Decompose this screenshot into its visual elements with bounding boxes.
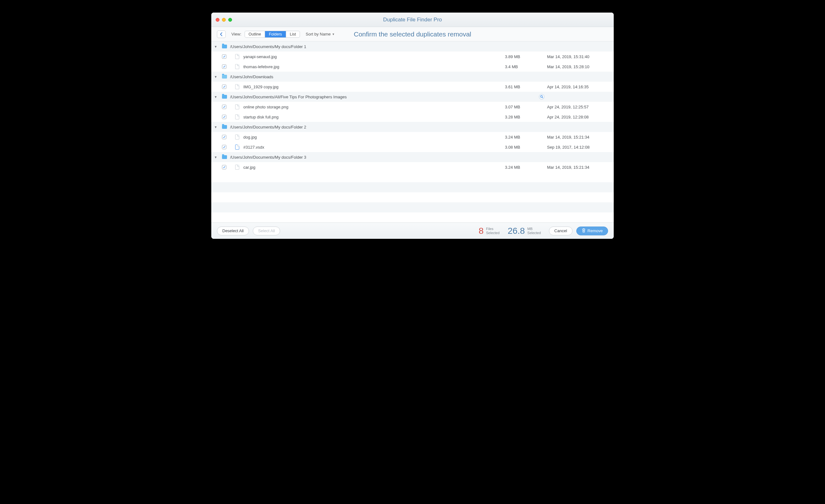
minimize-window-button[interactable] bbox=[222, 18, 226, 22]
empty-row bbox=[211, 202, 614, 213]
file-name: yanapi-senaud.jpg bbox=[241, 54, 505, 59]
footer: Deselect All Select All 8 Files Selected… bbox=[211, 223, 614, 239]
file-size: 3.24 MB bbox=[505, 135, 536, 140]
file-size: 3.08 MB bbox=[505, 145, 536, 150]
file-date: Mar 14, 2019, 15:21:34 bbox=[547, 165, 610, 170]
folder-row[interactable]: ▼/Users/John/Documents/My docs/Folder 2 bbox=[211, 122, 614, 132]
cancel-button[interactable]: Cancel bbox=[549, 227, 572, 235]
folder-icon bbox=[221, 95, 228, 99]
folder-row[interactable]: ▼/Users/John/Documents/My docs/Folder 1 bbox=[211, 41, 614, 52]
file-checkbox[interactable] bbox=[222, 105, 226, 109]
file-icon bbox=[233, 165, 241, 170]
disclosure-triangle-icon[interactable]: ▼ bbox=[211, 95, 220, 99]
folder-path: /Users/John/Documents/All/Five Tips For … bbox=[228, 95, 505, 99]
file-icon bbox=[233, 54, 241, 59]
file-name: thomas-lefebvre.jpg bbox=[241, 64, 505, 69]
folder-icon bbox=[221, 45, 228, 49]
file-name: startup disk full.png bbox=[241, 115, 505, 119]
window-title: Duplicate File Finder Pro bbox=[211, 17, 614, 23]
view-folders-button[interactable]: Folders bbox=[265, 31, 286, 37]
deselect-all-button[interactable]: Deselect All bbox=[217, 227, 249, 235]
files-word: Selected bbox=[486, 231, 500, 235]
chevron-down-icon: ▼ bbox=[332, 33, 335, 36]
select-all-button[interactable]: Select All bbox=[253, 227, 280, 235]
file-date: Apr 14, 2019, 14:16:35 bbox=[547, 85, 610, 89]
file-icon bbox=[233, 114, 241, 119]
title-bar: Duplicate File Finder Pro bbox=[211, 13, 614, 27]
file-checkbox[interactable] bbox=[222, 165, 226, 169]
file-row[interactable]: thomas-lefebvre.jpg3.4 MBMar 14, 2019, 1… bbox=[211, 62, 614, 72]
file-checkbox[interactable] bbox=[222, 85, 226, 89]
file-name: online photo storage.png bbox=[241, 105, 505, 109]
sort-label: Sort by Name bbox=[306, 32, 330, 36]
remove-label: Remove bbox=[588, 229, 603, 233]
file-row[interactable]: startup disk full.png3.28 MBApr 24, 2019… bbox=[211, 112, 614, 122]
view-label: View: bbox=[231, 32, 241, 36]
file-icon bbox=[233, 135, 241, 140]
folder-row[interactable]: ▼/Users/John/Documents/My docs/Folder 3 bbox=[211, 152, 614, 162]
disclosure-triangle-icon[interactable]: ▼ bbox=[211, 125, 220, 129]
folder-icon bbox=[221, 125, 228, 129]
file-date: Sep 19, 2017, 14:12:08 bbox=[547, 145, 610, 150]
size-selected-stat: 26.8 MB Selected bbox=[508, 226, 541, 236]
file-date: Mar 14, 2019, 15:31:40 bbox=[547, 54, 610, 59]
files-count: 8 bbox=[478, 226, 483, 236]
file-date: Mar 14, 2019, 15:28:10 bbox=[547, 64, 610, 69]
back-button[interactable] bbox=[217, 30, 226, 38]
file-date: Apr 24, 2019, 12:25:57 bbox=[547, 105, 610, 109]
zoom-window-button[interactable] bbox=[228, 18, 232, 22]
reveal-icon[interactable] bbox=[539, 94, 544, 100]
sort-dropdown[interactable]: Sort by Name ▼ bbox=[306, 32, 334, 36]
empty-row bbox=[211, 213, 614, 223]
trash-icon bbox=[582, 228, 586, 234]
file-checkbox[interactable] bbox=[222, 54, 226, 59]
view-mode-segmented: Outline Folders List bbox=[245, 31, 300, 38]
file-size: 3.28 MB bbox=[505, 115, 536, 119]
svg-line-1 bbox=[542, 97, 543, 98]
file-icon bbox=[233, 84, 241, 89]
disclosure-triangle-icon[interactable]: ▼ bbox=[211, 45, 220, 49]
disclosure-triangle-icon[interactable]: ▼ bbox=[211, 75, 220, 79]
file-row[interactable]: yanapi-senaud.jpg3.89 MBMar 14, 2019, 15… bbox=[211, 52, 614, 62]
file-row[interactable]: #3127.vsdx3.08 MBSep 19, 2017, 14:12:08 bbox=[211, 142, 614, 152]
folder-icon bbox=[221, 155, 228, 159]
file-list: ▼/Users/John/Documents/My docs/Folder 1y… bbox=[211, 41, 614, 172]
disclosure-triangle-icon[interactable]: ▼ bbox=[211, 156, 220, 159]
traffic-lights bbox=[211, 18, 232, 22]
file-checkbox[interactable] bbox=[222, 135, 226, 139]
size-unit: MB bbox=[527, 227, 541, 231]
file-row[interactable]: dog.jpg3.24 MBMar 14, 2019, 15:21:34 bbox=[211, 132, 614, 142]
file-name: #3127.vsdx bbox=[241, 145, 505, 150]
folder-row[interactable]: ▼/Users/John/Documents/All/Five Tips For… bbox=[211, 92, 614, 102]
empty-row bbox=[211, 192, 614, 202]
view-outline-button[interactable]: Outline bbox=[245, 31, 265, 37]
file-checkbox[interactable] bbox=[222, 64, 226, 69]
file-checkbox[interactable] bbox=[222, 145, 226, 149]
file-date: Mar 14, 2019, 15:21:34 bbox=[547, 135, 610, 140]
file-name: dog.jpg bbox=[241, 135, 505, 140]
folder-path: /Users/John/Documents/My docs/Folder 3 bbox=[228, 155, 505, 160]
file-size: 3.61 MB bbox=[505, 85, 536, 89]
folder-row[interactable]: ▼/Users/John/Downloads bbox=[211, 72, 614, 82]
close-window-button[interactable] bbox=[216, 18, 219, 22]
files-selected-stat: 8 Files Selected bbox=[478, 226, 499, 236]
file-row[interactable]: online photo storage.png3.07 MBApr 24, 2… bbox=[211, 102, 614, 112]
file-checkbox[interactable] bbox=[222, 115, 226, 119]
folder-path: /Users/John/Documents/My docs/Folder 1 bbox=[228, 44, 505, 49]
file-icon bbox=[233, 104, 241, 109]
app-window: Duplicate File Finder Pro View: Outline … bbox=[211, 13, 614, 239]
file-name: IMG_1929 copy.jpg bbox=[241, 85, 505, 89]
file-size: 3.89 MB bbox=[505, 54, 536, 59]
size-value: 26.8 bbox=[508, 226, 525, 236]
view-list-button[interactable]: List bbox=[286, 31, 300, 37]
file-size: 3.24 MB bbox=[505, 165, 536, 170]
file-row[interactable]: car.jpg3.24 MBMar 14, 2019, 15:21:34 bbox=[211, 162, 614, 172]
file-row[interactable]: IMG_1929 copy.jpg3.61 MBApr 14, 2019, 14… bbox=[211, 82, 614, 92]
file-icon bbox=[233, 64, 241, 69]
folder-icon bbox=[221, 75, 228, 79]
toolbar: View: Outline Folders List Sort by Name … bbox=[211, 27, 614, 41]
file-size: 3.4 MB bbox=[505, 64, 536, 69]
file-name: car.jpg bbox=[241, 165, 505, 170]
remove-button[interactable]: Remove bbox=[576, 227, 608, 235]
file-size: 3.07 MB bbox=[505, 105, 536, 109]
